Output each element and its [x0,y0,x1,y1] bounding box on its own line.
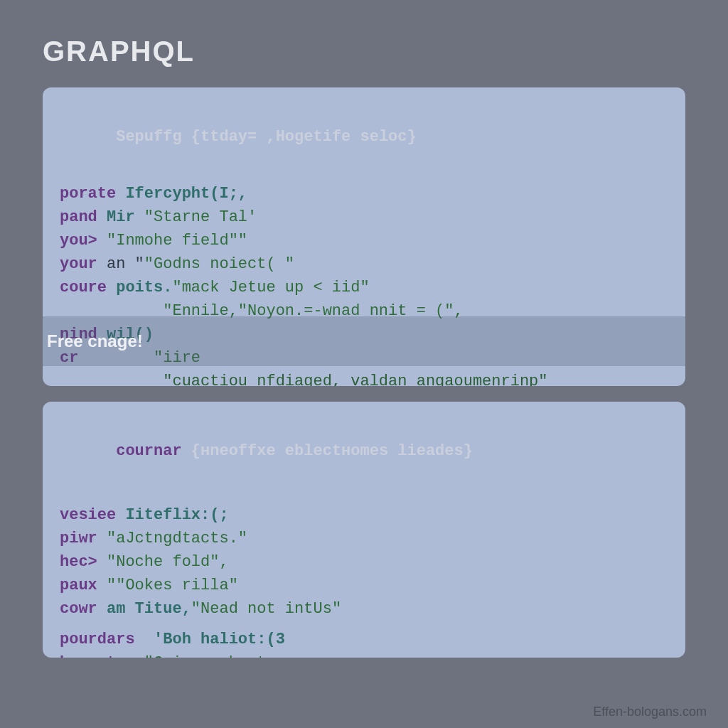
code-line: coure poits."mack Jetue up < iid" [60,276,668,299]
panel1-header: Sepuffg {ttday= ,Hogetife seloc} [60,102,668,172]
code-line: your an ""Godns noiect( " [60,252,668,276]
code-line: pand Mir "Starne Tal' [60,205,668,229]
code-panel-1: Sepuffg {ttday= ,Hogetife seloc} porate … [43,87,685,386]
panel2-header: cournar {нneoffxe eblectнomes lieades} [60,416,668,486]
overlay-text: Free cnage! [47,328,143,354]
code-line: havent = "Cyione shart [60,651,668,658]
overlay-band: Free cnage! [43,316,685,366]
code-line: paux ""Ookes rilla" [60,574,668,597]
code-line: hec> "Noche fold", [60,550,668,574]
code-line: vesiee Iiteflix:(; [60,503,668,527]
code-line: "cuactiou nfdiaged, valdan angaoumenrinp… [60,370,668,386]
code-panel-2: cournar {нneoffxe eblectнomes lieades} v… [43,402,685,658]
page-container: GRAPHQL Sepuffg {ttday= ,Hogetife seloc}… [0,0,728,658]
page-title: GRAPHQL [43,36,685,68]
code-line: pourdars 'Boh haliot:(3 [60,628,668,651]
code-line: you> "Inmohe field"" [60,229,668,252]
code-line: cowr am Titue,"Nead not intUs" [60,597,668,621]
code-line: piwr "aJctngdtacts." [60,527,668,550]
watermark: Effen-bologans.com [593,705,707,719]
code-line: porate Ifercypht(I;, [60,182,668,205]
